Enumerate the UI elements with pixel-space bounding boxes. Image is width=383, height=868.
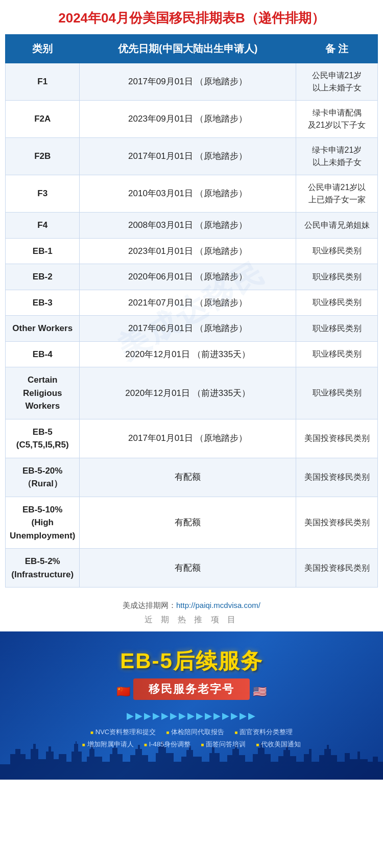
cell-priority-date: 2021年07月01日 （原地踏步） — [80, 290, 296, 316]
service-label-2: 体检陪同代取报告 — [171, 728, 224, 737]
cell-category: F4 — [6, 213, 80, 239]
service-label-3: 面官资料分类整理 — [240, 728, 293, 737]
table-header-row: 类别 优先日期(中国大陆出生申请人) 备 注 — [6, 35, 378, 63]
cell-priority-date: 2017年01月01日 （原地踏步） — [80, 138, 296, 175]
service-dot-6: ■ — [201, 742, 204, 747]
banner-flag-bar: 🇨🇳 移民服务老字号 🇺🇸 — [10, 678, 373, 705]
table-row: EB-5-2% (Infrastructure)有配额美国投资移民类别 — [6, 549, 378, 588]
table-row: EB-42020年12月01日 （前进335天）职业移民类别 — [6, 341, 378, 367]
page-title: 2024年04月份美国移民排期表B（递件排期） — [5, 9, 378, 27]
banner-services-row-2: ■ 增加附属申请人 ■ I-485身份调整 ■ 面签问答培训 ■ 代收美国通知 — [10, 740, 373, 749]
cell-priority-date: 有配额 — [80, 497, 296, 549]
cell-priority-date: 2017年01月01日 （原地踏步） — [80, 419, 296, 458]
table-row: EB-32021年07月01日 （原地踏步）职业移民类别 — [6, 290, 378, 316]
service-item-4: ■ 增加附属申请人 — [82, 740, 134, 749]
cell-category: EB-1 — [6, 238, 80, 264]
table-section: 美成达移民 类别 优先日期(中国大陆出生申请人) 备 注 F12017年09月0… — [0, 34, 383, 593]
service-item-2: ■ 体检陪同代取报告 — [166, 728, 224, 737]
cell-category: F1 — [6, 63, 80, 101]
footer-info: 美成达排期网：http://paiqi.mcdvisa.com/ — [0, 593, 383, 615]
service-label-1: NVC资料整理和提交 — [95, 728, 156, 737]
table-row: F2B2017年01月01日 （原地踏步）绿卡申请21岁 以上未婚子女 — [6, 138, 378, 175]
main-table: 类别 优先日期(中国大陆出生申请人) 备 注 F12017年09月01日 （原地… — [5, 34, 378, 588]
website-label: 美成达排期网： — [123, 601, 176, 609]
col-header-note: 备 注 — [296, 35, 378, 63]
cell-note: 美国投资移民类别 — [296, 419, 378, 458]
cell-priority-date: 2023年01月01日 （原地踏步） — [80, 238, 296, 264]
cell-priority-date: 2017年09月01日 （原地踏步） — [80, 63, 296, 101]
table-row: EB-12023年01月01日 （原地踏步）职业移民类别 — [6, 238, 378, 264]
cell-note: 职业移民类别 — [296, 264, 378, 290]
banner-subtitle: 移民服务老字号 — [133, 678, 250, 700]
table-row: F12017年09月01日 （原地踏步）公民申请21岁 以上未婚子女 — [6, 63, 378, 101]
table-body: F12017年09月01日 （原地踏步）公民申请21岁 以上未婚子女F2A202… — [6, 63, 378, 588]
service-item-5: ■ I-485身份调整 — [144, 740, 191, 749]
service-dot-4: ■ — [82, 742, 85, 747]
service-dot-1: ■ — [90, 730, 93, 735]
cell-category: Other Workers — [6, 316, 80, 342]
cell-priority-date: 2020年06月01日 （原地踏步） — [80, 264, 296, 290]
cell-note: 绿卡申请21岁 以上未婚子女 — [296, 138, 378, 175]
service-dot-5: ■ — [144, 742, 147, 747]
cell-priority-date: 有配额 — [80, 458, 296, 497]
cell-priority-date: 2017年06月01日 （原地踏步） — [80, 316, 296, 342]
table-row: EB-5-10% (High Unemployment)有配额美国投资移民类别 — [6, 497, 378, 549]
service-label-7: 代收美国通知 — [261, 740, 301, 749]
table-row: F42008年03月01日 （原地踏步）公民申请兄弟姐妹 — [6, 213, 378, 239]
website-url[interactable]: http://paiqi.mcdvisa.com/ — [176, 601, 260, 609]
cell-priority-date: 2008年03月01日 （原地踏步） — [80, 213, 296, 239]
cell-note: 职业移民类别 — [296, 290, 378, 316]
banner-main-title: EB-5后续服务 — [10, 647, 373, 675]
cell-note: 美国投资移民类别 — [296, 497, 378, 549]
banner-arrows: ▶▶▶▶▶▶▶▶▶▶▶▶▶▶▶ — [10, 710, 373, 721]
service-label-5: I-485身份调整 — [149, 740, 191, 749]
service-item-7: ■ 代收美国通知 — [256, 740, 301, 749]
cell-priority-date: 2023年09月01日 （原地踏步） — [80, 101, 296, 138]
footer-hot: 近 期 热 推 项 目 — [0, 615, 383, 631]
col-header-category: 类别 — [6, 35, 80, 63]
table-row: F32010年03月01日 （原地踏步）公民申请21岁以 上已婚子女一家 — [6, 175, 378, 213]
cell-priority-date: 2010年03月01日 （原地踏步） — [80, 175, 296, 213]
service-label-6: 面签问答培训 — [206, 740, 246, 749]
cell-note: 公民申请21岁 以上未婚子女 — [296, 63, 378, 101]
table-row: EB-22020年06月01日 （原地踏步）职业移民类别 — [6, 264, 378, 290]
cell-note: 美国投资移民类别 — [296, 458, 378, 497]
cell-priority-date: 有配额 — [80, 549, 296, 588]
table-row: F2A2023年09月01日 （原地踏步）绿卡申请配偶 及21岁以下子女 — [6, 101, 378, 138]
cell-note: 职业移民类别 — [296, 316, 378, 342]
cell-priority-date: 2020年12月01日 （前进335天） — [80, 341, 296, 367]
service-item-3: ■ 面官资料分类整理 — [234, 728, 293, 737]
service-dot-3: ■ — [234, 730, 237, 735]
cell-note: 绿卡申请配偶 及21岁以下子女 — [296, 101, 378, 138]
cell-category: Certain Religious Workers — [6, 367, 80, 419]
cell-category: F2A — [6, 101, 80, 138]
cell-category: EB-5 (C5,T5,I5,R5) — [6, 419, 80, 458]
flag-icon-right: 🇺🇸 — [253, 685, 267, 698]
col-header-priority: 优先日期(中国大陆出生申请人) — [80, 35, 296, 63]
cell-note: 职业移民类别 — [296, 238, 378, 264]
cell-priority-date: 2020年12月01日 （前进335天） — [80, 367, 296, 419]
table-row: Other Workers2017年06月01日 （原地踏步）职业移民类别 — [6, 316, 378, 342]
flag-icon-left: 🇨🇳 — [116, 685, 130, 698]
cell-category: EB-3 — [6, 290, 80, 316]
cell-note: 职业移民类别 — [296, 367, 378, 419]
table-row: EB-5-20% （Rural）有配额美国投资移民类别 — [6, 458, 378, 497]
cell-category: EB-4 — [6, 341, 80, 367]
cell-note: 美国投资移民类别 — [296, 549, 378, 588]
bottom-banner: EB-5后续服务 🇨🇳 移民服务老字号 🇺🇸 ▶▶▶▶▶▶▶▶▶▶▶▶▶▶▶ ■… — [0, 631, 383, 780]
cell-category: EB-5-2% (Infrastructure) — [6, 549, 80, 588]
cell-category: F3 — [6, 175, 80, 213]
cell-category: EB-5-10% (High Unemployment) — [6, 497, 80, 549]
cell-category: F2B — [6, 138, 80, 175]
service-item-1: ■ NVC资料整理和提交 — [90, 728, 156, 737]
cell-category: EB-2 — [6, 264, 80, 290]
cell-note: 职业移民类别 — [296, 341, 378, 367]
service-dot-7: ■ — [256, 742, 259, 747]
page-header: 2024年04月份美国移民排期表B（递件排期） — [0, 0, 383, 34]
table-container: 美成达移民 类别 优先日期(中国大陆出生申请人) 备 注 F12017年09月0… — [5, 34, 378, 588]
table-row: Certain Religious Workers2020年12月01日 （前进… — [6, 367, 378, 419]
cell-category: EB-5-20% （Rural） — [6, 458, 80, 497]
table-row: EB-5 (C5,T5,I5,R5)2017年01月01日 （原地踏步）美国投资… — [6, 419, 378, 458]
banner-services-row: ■ NVC资料整理和提交 ■ 体检陪同代取报告 ■ 面官资料分类整理 — [10, 728, 373, 737]
service-label-4: 增加附属申请人 — [87, 740, 134, 749]
